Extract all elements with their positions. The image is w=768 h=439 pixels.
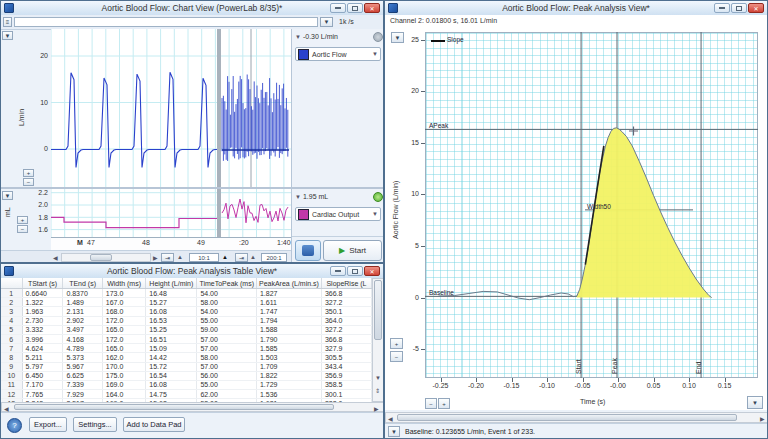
table-row[interactable]: 95.7975.967170.015.7257.001.709343.4 xyxy=(1,362,372,371)
channel1-color-swatch xyxy=(298,49,309,60)
channel2-options-button[interactable]: ▼ xyxy=(2,191,13,200)
scroll-right-arrow[interactable]: ▶ xyxy=(153,254,158,261)
cell: 6.450 xyxy=(22,371,63,380)
add-to-data-pad-button[interactable]: Add to Data Pad xyxy=(123,417,185,432)
cell: 173.0 xyxy=(102,289,146,298)
maximize-button[interactable] xyxy=(347,3,363,13)
table-minimize-button[interactable] xyxy=(330,266,346,276)
channel1-options-button[interactable]: ▼ xyxy=(2,31,13,40)
autoscroll-button[interactable] xyxy=(295,240,321,261)
peak-axis-dropdown-button[interactable]: ▼ xyxy=(747,396,763,409)
peak-xzoom-in-button[interactable]: + xyxy=(438,398,450,409)
start-button[interactable]: ▶ Start xyxy=(323,240,382,261)
cell: 172.0 xyxy=(102,334,146,343)
table-row[interactable]: 53.3323.497165.015.2559.001.588327.2 xyxy=(1,325,372,334)
channel1-zoom-in-button[interactable]: + xyxy=(23,169,34,177)
table-hscrollbar[interactable]: ◀ ▶ xyxy=(1,402,384,412)
compress-left-increase[interactable]: ▲ xyxy=(222,254,228,260)
channel2-info-icon[interactable] xyxy=(373,192,383,202)
play-icon: ▶ xyxy=(339,246,345,255)
peak-minimize-button[interactable] xyxy=(714,3,730,13)
column-header[interactable]: TEnd (s) xyxy=(63,278,102,289)
scroll-end-button[interactable]: ⇥ xyxy=(161,253,174,262)
autoscroll-icon xyxy=(302,245,314,256)
close-button[interactable]: ✕ xyxy=(364,3,380,13)
comment-icon-button[interactable]: ≡ xyxy=(3,17,12,27)
column-header[interactable]: TimeToPeak (ms) xyxy=(197,278,257,289)
column-header[interactable]: Height (L/min) xyxy=(146,278,197,289)
ratio-right-box[interactable]: 200:1 xyxy=(261,253,287,262)
table-row[interactable]: 127.7657.929164.014.7562.001.536300.1 xyxy=(1,390,372,399)
peak-scroll-left-icon[interactable]: ◀ xyxy=(388,415,393,422)
minimize-button[interactable] xyxy=(330,3,346,13)
peak-close-button[interactable]: ✕ xyxy=(748,3,764,13)
channel2-zoom-in-button[interactable]: + xyxy=(17,216,28,224)
table-scroll-right-icon[interactable]: ▶ xyxy=(374,405,379,412)
channel1-value-row[interactable]: ▼ -0.30 L/min xyxy=(295,33,338,40)
channel1-zoom-out-button[interactable]: − xyxy=(23,178,34,186)
compress-right-decrease[interactable]: ▲ xyxy=(250,254,256,260)
marker-button[interactable]: M xyxy=(77,239,83,246)
channel1-info-icon[interactable] xyxy=(373,32,383,42)
cell: 15.27 xyxy=(146,298,197,307)
peak-yzoom-out-button[interactable]: − xyxy=(390,351,403,362)
table-row[interactable]: 10.66400.8370173.016.4854.001.827366.8 xyxy=(1,289,372,298)
cardiac-output-plot[interactable] xyxy=(51,189,291,237)
slope-legend-line xyxy=(431,40,445,42)
channel2-value-row[interactable]: ▼ 1.95 mL xyxy=(295,193,328,200)
table-scroll-down-icon[interactable]: ▼ xyxy=(375,375,381,381)
aortic-flow-plot[interactable] xyxy=(51,29,291,187)
slope-legend-label: Slope xyxy=(447,36,464,43)
table-row[interactable]: 74.6244.789165.015.0957.001.585327.9 xyxy=(1,344,372,353)
comment-input[interactable] xyxy=(14,17,318,27)
peak-hscrollbar[interactable]: ◀ ▶ xyxy=(385,412,768,423)
table-view-window: Aortic Blood Flow: Peak Analysis Table V… xyxy=(0,263,384,439)
ratio-left-box[interactable]: 10:1 xyxy=(189,253,219,262)
help-button[interactable]: ? xyxy=(7,418,22,433)
cell: 4.624 xyxy=(22,344,63,353)
peak-window-titlebar[interactable]: Aortic Blood Flow: Peak Analysis View* ✕ xyxy=(385,1,767,16)
tick-label: 0 xyxy=(399,294,419,301)
channel2-selector[interactable]: Cardiac Output ▼ xyxy=(295,207,381,221)
table-row[interactable]: 63.9964.168172.016.5157.001.790366.8 xyxy=(1,334,372,343)
table-row[interactable]: 106.4506.625175.016.5456.001.822356.9 xyxy=(1,371,372,380)
scroll-left-arrow[interactable]: ◀ xyxy=(53,254,58,261)
column-header[interactable]: SlopeRise (L xyxy=(321,278,371,289)
peak-app-icon xyxy=(388,3,398,13)
chart-window-titlebar[interactable]: Aortic Blood Flow: Chart View (PowerLab … xyxy=(1,1,383,16)
scroll-end-button-right[interactable]: ⇥ xyxy=(235,253,248,262)
compress-left-decrease[interactable]: ▲ xyxy=(177,254,183,260)
peak-analysis-table[interactable]: TStart (s)TEnd (s)Width (ms)Height (L/mi… xyxy=(1,278,372,402)
column-header[interactable]: PeakArea (L/min.s) xyxy=(256,278,321,289)
table-scroll-grip-icon[interactable]: ⇕ xyxy=(375,387,380,394)
table-scroll-left-icon[interactable]: ◀ xyxy=(4,405,9,412)
column-header[interactable]: Width (ms) xyxy=(102,278,146,289)
table-row[interactable]: 85.2115.373162.014.4258.001.503305.5 xyxy=(1,353,372,362)
sampling-rate-label: 1k /s xyxy=(339,18,354,25)
settings-button[interactable]: Settings... xyxy=(73,417,117,432)
comment-dropdown-button[interactable]: ▼ xyxy=(320,17,333,27)
table-row[interactable]: 42.7302.902172.016.5355.001.794364.0 xyxy=(1,316,372,325)
export-button[interactable]: Export... xyxy=(29,417,67,432)
status-dropdown-button[interactable]: ▼ xyxy=(388,426,400,437)
column-header[interactable]: TStart (s) xyxy=(22,278,63,289)
column-header[interactable] xyxy=(1,278,22,289)
table-window-titlebar[interactable]: Aortic Blood Flow: Peak Analysis Table V… xyxy=(1,264,383,279)
table-close-button[interactable]: ✕ xyxy=(364,266,380,276)
peak-maximize-button[interactable] xyxy=(731,3,747,13)
tick-label: 1.8 xyxy=(31,214,48,221)
table-app-icon xyxy=(4,266,14,276)
table-vscrollbar[interactable]: ▼ ⇕ xyxy=(372,278,384,402)
tick-label: 1.6 xyxy=(31,226,48,233)
table-row[interactable]: 21.3221.489167.015.2758.001.611327.2 xyxy=(1,298,372,307)
table-maximize-button[interactable] xyxy=(347,266,363,276)
peak-scroll-right-icon[interactable]: ▶ xyxy=(760,415,765,422)
channel2-unit-label: mL xyxy=(4,207,11,217)
peak-xzoom-out-button[interactable]: − xyxy=(425,398,437,409)
channel1-selector[interactable]: Aortic Flow ▼ xyxy=(295,47,381,61)
peak-yzoom-in-button[interactable]: + xyxy=(390,338,403,349)
table-row[interactable]: 117.1707.339169.016.0855.001.729358.5 xyxy=(1,380,372,389)
table-row[interactable]: 31.9632.131168.016.0854.001.747350.1 xyxy=(1,307,372,316)
channel2-zoom-out-button[interactable]: − xyxy=(17,225,28,233)
cell: 16.54 xyxy=(146,371,197,380)
